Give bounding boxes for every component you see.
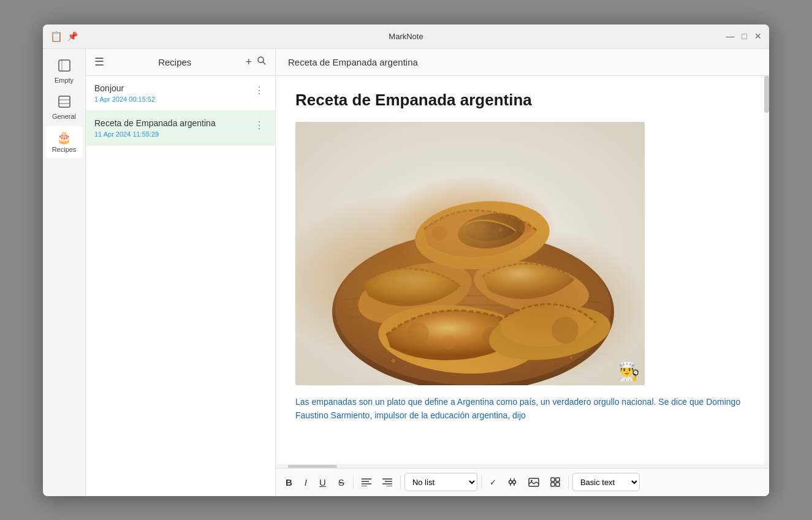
svg-point-15 <box>474 226 479 231</box>
scrollbar-track[interactable] <box>764 76 769 464</box>
notes-panel-header: ☰ Recipes + <box>86 49 275 76</box>
editor-header: Receta de Empanada argentina <box>276 49 769 76</box>
svg-point-19 <box>488 231 493 236</box>
svg-rect-7 <box>295 122 645 385</box>
scrollbar-thumb[interactable] <box>764 76 769 113</box>
svg-point-29 <box>404 366 407 368</box>
svg-point-27 <box>552 317 579 344</box>
editor-content[interactable]: Receta de Empanada argentina <box>276 76 769 464</box>
svg-rect-3 <box>59 99 70 100</box>
sidebar-empty-label: Empty <box>55 77 74 84</box>
sidebar-general-label: General <box>52 113 76 120</box>
note-title-empanada: Receta de Empanada argentina <box>94 118 252 128</box>
app-window: 📋 📌 MarkNote — □ ✕ Empty <box>43 24 769 496</box>
note-date-bonjour: 1 Apr 2024 00:15:52 <box>94 96 252 103</box>
svg-point-24 <box>482 327 501 345</box>
svg-point-41 <box>512 481 515 484</box>
maximize-button[interactable]: □ <box>742 31 747 41</box>
editor-header-title: Receta de Empanada argentina <box>288 57 418 67</box>
note-item-empanada[interactable]: Receta de Empanada argentina 11 Apr 2024… <box>86 111 275 146</box>
title-bar-left: 📋 📌 <box>50 31 78 42</box>
image-button[interactable] <box>524 475 544 490</box>
svg-point-28 <box>392 359 395 363</box>
svg-line-6 <box>263 62 265 64</box>
svg-point-20 <box>432 226 447 241</box>
title-bar: 📋 📌 MarkNote — □ ✕ <box>43 24 769 49</box>
note-date-empanada: 11 Apr 2024 11:55:29 <box>94 130 252 138</box>
svg-rect-1 <box>61 60 63 71</box>
sidebar-item-recipes[interactable]: 🎂 Recipes <box>46 126 83 158</box>
toolbar-divider-4 <box>568 475 569 489</box>
minimize-button[interactable]: — <box>726 31 735 41</box>
main-layout: Empty General 🎂 Recipes ☰ <box>43 49 769 496</box>
sidebar-item-general[interactable]: General <box>46 90 83 125</box>
recipes-icon: 🎂 <box>56 131 72 143</box>
svg-point-30 <box>570 356 573 359</box>
italic-button[interactable]: I <box>300 474 312 491</box>
svg-point-12 <box>469 253 593 322</box>
svg-rect-49 <box>551 478 555 481</box>
svg-rect-52 <box>556 483 560 486</box>
strikethrough-button[interactable]: S <box>333 474 349 491</box>
svg-rect-4 <box>59 103 70 104</box>
general-icon <box>58 95 71 110</box>
editor-panel: Receta de Empanada argentina Receta de E… <box>276 49 769 496</box>
svg-rect-2 <box>59 96 70 107</box>
svg-point-23 <box>407 322 429 344</box>
svg-rect-50 <box>556 478 560 481</box>
svg-point-26 <box>485 299 614 367</box>
align-right-button[interactable] <box>378 475 397 489</box>
note-more-bonjour[interactable]: ⋮ <box>252 83 267 97</box>
svg-point-48 <box>531 480 533 481</box>
svg-rect-0 <box>59 60 70 71</box>
document-title: Receta de Empanada argentina <box>295 91 749 110</box>
window-controls: — □ ✕ <box>726 31 762 41</box>
pin-icon: 📌 <box>67 31 78 41</box>
menu-button[interactable]: ☰ <box>92 53 107 71</box>
toolbar-divider-2 <box>400 475 401 489</box>
document-image: 👨‍🍳 <box>295 122 645 385</box>
close-button[interactable]: ✕ <box>754 31 762 41</box>
chef-emoji: 👨‍🍳 <box>617 361 640 380</box>
toolbar-divider-1 <box>353 475 354 489</box>
check-button[interactable]: ✓ <box>485 475 501 490</box>
svg-point-17 <box>490 224 496 230</box>
empty-icon <box>58 59 71 74</box>
svg-point-31 <box>552 363 554 365</box>
underline-button[interactable]: U <box>314 474 331 491</box>
svg-point-11 <box>352 251 479 334</box>
align-left-button[interactable] <box>357 475 376 489</box>
text-style-select[interactable]: Basic text Heading 1 Heading 2 Heading 3 <box>572 473 640 491</box>
notes-panel: ☰ Recipes + Bonjour 1 Apr 2024 00:15:52 … <box>86 49 276 496</box>
svg-point-13 <box>412 195 553 274</box>
note-item-bonjour[interactable]: Bonjour 1 Apr 2024 00:15:52 ⋮ <box>86 76 275 111</box>
bold-button[interactable]: B <box>281 474 297 491</box>
list-style-select[interactable]: No list Bullet list Numbered list Task l… <box>404 473 477 491</box>
search-button[interactable] <box>254 53 269 71</box>
editor-toolbar: B I U S <box>276 468 769 496</box>
svg-point-18 <box>499 228 503 232</box>
svg-point-16 <box>482 224 486 228</box>
note-title-bonjour: Bonjour <box>94 83 252 93</box>
toolbar-divider-3 <box>481 475 482 489</box>
svg-point-40 <box>509 481 512 484</box>
sidebar-recipes-label: Recipes <box>52 146 77 153</box>
note-more-empanada[interactable]: ⋮ <box>252 118 267 132</box>
table-button[interactable] <box>503 474 522 490</box>
svg-point-22 <box>376 298 541 379</box>
sidebar-item-empty[interactable]: Empty <box>46 54 83 89</box>
grid-button[interactable] <box>546 474 564 490</box>
svg-point-21 <box>519 221 531 233</box>
window-title: MarkNote <box>389 32 423 41</box>
panel-title: Recipes <box>107 57 243 67</box>
svg-point-10 <box>335 232 611 385</box>
svg-point-14 <box>456 209 528 252</box>
svg-point-25 <box>441 335 456 350</box>
document-body-text: Las empanadas son un plato que define a … <box>295 395 749 423</box>
add-note-button[interactable]: + <box>243 53 254 71</box>
sidebar: Empty General 🎂 Recipes <box>43 49 86 496</box>
svg-rect-51 <box>551 483 555 486</box>
svg-point-9 <box>332 232 614 385</box>
app-icon: 📋 <box>50 31 63 42</box>
svg-rect-8 <box>295 122 645 385</box>
